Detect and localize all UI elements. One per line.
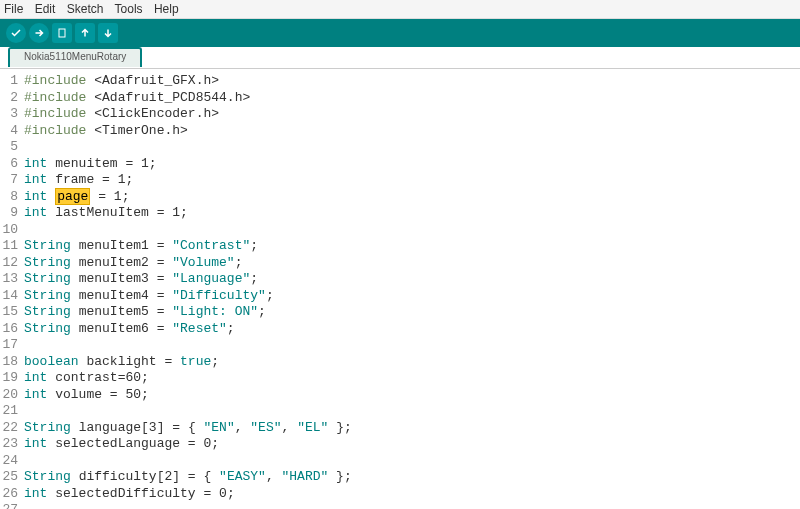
code-content[interactable]: int volume = 50; [24, 387, 800, 404]
code-line[interactable]: 22String language[3] = { "EN", "ES", "EL… [0, 420, 800, 437]
code-line[interactable]: 9int lastMenuItem = 1; [0, 205, 800, 222]
line-number: 4 [0, 123, 24, 140]
menubar: File Edit Sketch Tools Help [0, 0, 800, 19]
code-line[interactable]: 14String menuItem4 = "Difficulty"; [0, 288, 800, 305]
line-number: 1 [0, 73, 24, 90]
code-line[interactable]: 12String menuItem2 = "Volume"; [0, 255, 800, 272]
line-number: 18 [0, 354, 24, 371]
code-content[interactable]: String difficulty[2] = { "EASY", "HARD" … [24, 469, 800, 486]
code-line[interactable]: 25String difficulty[2] = { "EASY", "HARD… [0, 469, 800, 486]
line-number: 26 [0, 486, 24, 503]
code-line[interactable]: 8int page = 1; [0, 189, 800, 206]
menu-file[interactable]: File [4, 2, 23, 16]
line-number: 19 [0, 370, 24, 387]
code-content[interactable]: String menuItem2 = "Volume"; [24, 255, 800, 272]
code-content[interactable]: String menuItem5 = "Light: ON"; [24, 304, 800, 321]
code-line[interactable]: 19int contrast=60; [0, 370, 800, 387]
line-number: 21 [0, 403, 24, 420]
code-line[interactable]: 23int selectedLanguage = 0; [0, 436, 800, 453]
code-line[interactable]: 26int selectedDifficulty = 0; [0, 486, 800, 503]
line-number: 9 [0, 205, 24, 222]
line-number: 25 [0, 469, 24, 486]
menu-sketch[interactable]: Sketch [67, 2, 104, 16]
save-button[interactable] [98, 23, 118, 43]
code-content[interactable]: int selectedLanguage = 0; [24, 436, 800, 453]
code-content[interactable]: int page = 1; [24, 189, 800, 206]
code-content[interactable]: boolean backlight = true; [24, 354, 800, 371]
code-line[interactable]: 7int frame = 1; [0, 172, 800, 189]
line-number: 27 [0, 502, 24, 509]
line-number: 16 [0, 321, 24, 338]
code-content[interactable]: String menuItem1 = "Contrast"; [24, 238, 800, 255]
code-content[interactable]: int contrast=60; [24, 370, 800, 387]
line-number: 14 [0, 288, 24, 305]
code-content[interactable] [24, 453, 800, 470]
line-number: 22 [0, 420, 24, 437]
code-line[interactable]: 13String menuItem3 = "Language"; [0, 271, 800, 288]
tab-sketch[interactable]: Nokia5110MenuRotary [8, 47, 142, 67]
code-content[interactable]: #include <ClickEncoder.h> [24, 106, 800, 123]
code-content[interactable]: String menuItem4 = "Difficulty"; [24, 288, 800, 305]
menu-tools[interactable]: Tools [115, 2, 143, 16]
line-number: 17 [0, 337, 24, 354]
code-line[interactable]: 24 [0, 453, 800, 470]
code-line[interactable]: 2#include <Adafruit_PCD8544.h> [0, 90, 800, 107]
code-line[interactable]: 10 [0, 222, 800, 239]
code-content[interactable] [24, 222, 800, 239]
code-line[interactable]: 17 [0, 337, 800, 354]
line-number: 5 [0, 139, 24, 156]
arrow-down-icon [102, 27, 114, 39]
menu-help[interactable]: Help [154, 2, 179, 16]
line-number: 13 [0, 271, 24, 288]
code-content[interactable] [24, 337, 800, 354]
open-button[interactable] [75, 23, 95, 43]
line-number: 24 [0, 453, 24, 470]
code-content[interactable]: #include <Adafruit_GFX.h> [24, 73, 800, 90]
code-content[interactable] [24, 403, 800, 420]
line-number: 2 [0, 90, 24, 107]
file-icon [56, 27, 68, 39]
menu-edit[interactable]: Edit [35, 2, 56, 16]
line-number: 8 [0, 189, 24, 206]
arrow-right-icon [33, 27, 45, 39]
code-line[interactable]: 5 [0, 139, 800, 156]
tabbar: Nokia5110MenuRotary [0, 47, 800, 69]
code-line[interactable]: 21 [0, 403, 800, 420]
arrow-up-icon [79, 27, 91, 39]
line-number: 10 [0, 222, 24, 239]
code-line[interactable]: 18boolean backlight = true; [0, 354, 800, 371]
code-content[interactable]: int lastMenuItem = 1; [24, 205, 800, 222]
line-number: 12 [0, 255, 24, 272]
line-number: 3 [0, 106, 24, 123]
code-line[interactable]: 15String menuItem5 = "Light: ON"; [0, 304, 800, 321]
code-content[interactable]: String menuItem3 = "Language"; [24, 271, 800, 288]
code-line[interactable]: 16String menuItem6 = "Reset"; [0, 321, 800, 338]
code-content[interactable]: #include <TimerOne.h> [24, 123, 800, 140]
verify-button[interactable] [6, 23, 26, 43]
code-line[interactable]: 20int volume = 50; [0, 387, 800, 404]
upload-button[interactable] [29, 23, 49, 43]
code-content[interactable]: int frame = 1; [24, 172, 800, 189]
code-line[interactable]: 1#include <Adafruit_GFX.h> [0, 73, 800, 90]
code-content[interactable]: int menuitem = 1; [24, 156, 800, 173]
line-number: 6 [0, 156, 24, 173]
code-content[interactable]: String language[3] = { "EN", "ES", "EL" … [24, 420, 800, 437]
code-content[interactable]: #include <Adafruit_PCD8544.h> [24, 90, 800, 107]
line-number: 23 [0, 436, 24, 453]
code-content[interactable]: String menuItem6 = "Reset"; [24, 321, 800, 338]
code-editor[interactable]: 1#include <Adafruit_GFX.h>2#include <Ada… [0, 69, 800, 509]
toolbar [0, 19, 800, 47]
line-number: 15 [0, 304, 24, 321]
code-line[interactable]: 3#include <ClickEncoder.h> [0, 106, 800, 123]
code-line[interactable]: 27 [0, 502, 800, 509]
line-number: 7 [0, 172, 24, 189]
new-button[interactable] [52, 23, 72, 43]
code-line[interactable]: 6int menuitem = 1; [0, 156, 800, 173]
code-content[interactable] [24, 139, 800, 156]
code-content[interactable]: int selectedDifficulty = 0; [24, 486, 800, 503]
code-content[interactable] [24, 502, 800, 509]
check-icon [10, 27, 22, 39]
code-line[interactable]: 4#include <TimerOne.h> [0, 123, 800, 140]
code-line[interactable]: 11String menuItem1 = "Contrast"; [0, 238, 800, 255]
svg-rect-0 [59, 29, 65, 37]
